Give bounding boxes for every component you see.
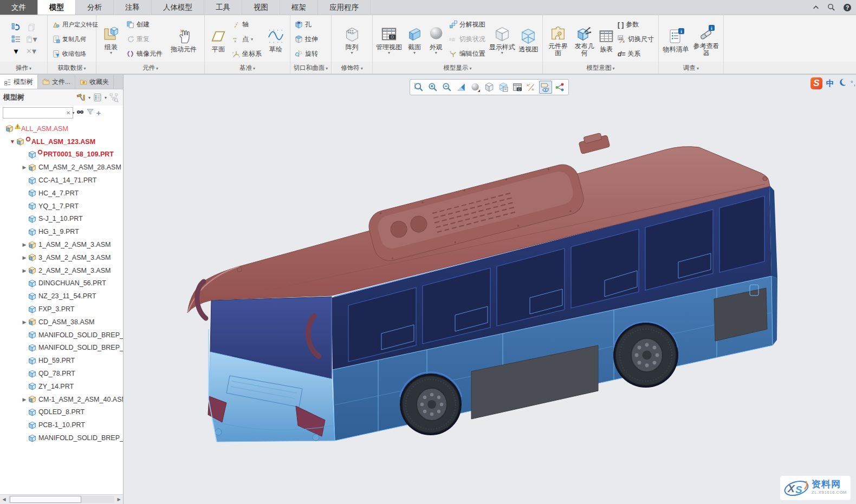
csys-button[interactable]: yzx坐标系	[231, 47, 263, 61]
tab-analysis[interactable]: 分析	[76, 0, 114, 15]
search-icon[interactable]	[827, 3, 835, 11]
clear-search-icon[interactable]: ✕	[66, 110, 70, 116]
collapse-ribbon-icon[interactable]	[812, 4, 820, 11]
tree-row[interactable]: CC-A1_14_71.PRT	[0, 174, 123, 187]
tree-row[interactable]: ▶3_ASM_2_ASM_3.ASM	[0, 251, 123, 264]
tree-row[interactable]: ▶1_ASM_2_ASM_3.ASM	[0, 238, 123, 251]
group-label-component[interactable]: 元件▾	[96, 62, 204, 74]
family-table-button[interactable]: 族表	[599, 25, 614, 53]
help-icon[interactable]: ?	[843, 3, 852, 12]
annotation-display-icon[interactable]	[539, 81, 552, 94]
group-label-model-intent[interactable]: 模型意图▾	[543, 62, 658, 74]
expand-arrow-icon[interactable]: ▶	[21, 255, 28, 260]
group-label-cut-surface[interactable]: 切口和曲面▾	[290, 62, 331, 74]
tab-applications[interactable]: 应用程序	[318, 0, 371, 15]
extrude-button[interactable]: 拉伸	[293, 32, 320, 46]
bom-button[interactable]: 物料清单	[662, 25, 690, 53]
relations-button[interactable]: d=关系	[616, 47, 656, 61]
tree-row[interactable]: MANIFOLD_SOLID_BREP_1	[0, 342, 123, 355]
hole-button[interactable]: 孔	[293, 18, 320, 31]
zoom-in-icon[interactable]	[426, 81, 439, 94]
find-icon[interactable]	[76, 108, 85, 119]
expand-arrow-icon[interactable]: ▶	[21, 268, 28, 273]
tab-framework[interactable]: 框架	[280, 0, 318, 15]
tree-row[interactable]: DINGCHUAN_56.PRT	[0, 277, 123, 290]
tab-model[interactable]: 模型	[38, 0, 76, 15]
delete-button[interactable]: ✕▾	[25, 46, 37, 57]
ime-toolbox-icon[interactable]: °,	[851, 80, 856, 87]
appearance-button[interactable]: 外观▾	[426, 23, 446, 56]
copy-geometry-button[interactable]: 复制几何	[50, 32, 100, 46]
tab-tools[interactable]: 工具	[204, 0, 242, 15]
tree-row[interactable]: ZY_14.PRT	[0, 380, 123, 393]
operations-more-dropdown[interactable]: ▾	[10, 46, 22, 57]
point-button[interactable]: ××x点▾	[231, 32, 263, 46]
expand-arrow-icon[interactable]: ▶	[21, 242, 28, 247]
section-button[interactable]: 截面▾	[404, 23, 425, 56]
paste-button[interactable]: ▾	[25, 34, 37, 45]
parameters-button[interactable]: [ ]参数	[616, 18, 656, 31]
filter-icon[interactable]	[86, 108, 94, 118]
refit-icon[interactable]	[412, 81, 425, 94]
reference-viewer-button[interactable]: 参考查看器	[692, 22, 721, 57]
tree-row[interactable]: HC_4_7.PRT	[0, 187, 123, 200]
sogou-logo-icon[interactable]: S	[810, 77, 822, 89]
display-style-icon[interactable]	[483, 81, 496, 94]
group-label-modifiers[interactable]: 修饰符▾	[332, 62, 372, 74]
tree-row[interactable]: NZ_23_11_54.PRT	[0, 290, 123, 303]
expand-arrow-icon[interactable]: ▶	[21, 319, 28, 325]
group-label-model-display[interactable]: 模型显示▾	[373, 62, 542, 74]
tree-row[interactable]: YQ_1_7.PRT	[0, 200, 123, 213]
manage-views-button[interactable]: 管理视图▾	[375, 23, 403, 56]
ime-moon-icon[interactable]	[838, 78, 847, 89]
scroll-right-icon[interactable]: ▶	[115, 497, 123, 502]
tab-annotate[interactable]: 注释	[114, 0, 152, 15]
toggle-dimensions-button[interactable]: 15x切换尺寸	[616, 32, 656, 46]
search-input[interactable]	[3, 107, 73, 119]
tab-manikin[interactable]: 人体模型	[152, 0, 204, 15]
plane-button[interactable]: 平面	[207, 25, 229, 53]
revolve-button[interactable]: 旋转	[293, 47, 320, 61]
mirror-component-button[interactable]: 镜像元件	[125, 47, 164, 61]
datum-display-filters-icon[interactable]: ×′×	[525, 81, 538, 94]
group-label-operations[interactable]: 操作▾	[0, 62, 47, 74]
tree-row[interactable]: ▼ALL_ASM_123.ASM	[0, 135, 123, 148]
regenerate-button[interactable]	[10, 22, 22, 33]
axis-button[interactable]: 轴	[231, 18, 263, 31]
tree-tools-button[interactable]	[75, 92, 87, 103]
expand-arrow-icon[interactable]: ▶	[21, 165, 28, 170]
tree-row[interactable]: ▶2_ASM_2_ASM_3.ASM	[0, 264, 123, 277]
pattern-button[interactable]: 阵列▾	[340, 23, 364, 56]
tree-row[interactable]: MANIFOLD_SOLID_BREP_1	[0, 329, 123, 342]
tree-row[interactable]: ▶CM-1_ASM_2_ASM_40.ASM	[0, 393, 123, 406]
tree-row[interactable]: ▶CM_ASM_2_ASM_28.ASM	[0, 161, 123, 174]
tree-row[interactable]: MANIFOLD_SOLID_BREP_9	[0, 431, 123, 444]
perspective-button[interactable]: 透视图	[517, 25, 540, 53]
tree-row[interactable]: PRT0001_58_109.PRT	[0, 148, 123, 161]
saved-view-list-icon[interactable]	[497, 81, 510, 94]
feature-list-button[interactable]	[10, 34, 22, 45]
repaint-icon[interactable]	[455, 81, 468, 94]
tree-row[interactable]: ▶CD_ASM_38.ASM	[0, 316, 123, 329]
repeat-button[interactable]: 重复	[125, 32, 164, 46]
zoom-out-icon[interactable]	[440, 81, 453, 94]
tree-tools-dropdown[interactable]: ▾	[88, 95, 90, 100]
tab-file[interactable]: 文件	[0, 0, 38, 15]
tree-horizontal-scrollbar[interactable]: ◀ ▶	[0, 494, 123, 504]
toggle-status-button[interactable]: 8▥切换状况	[448, 32, 487, 46]
tree-row[interactable]: HG_1_9.PRT	[0, 225, 123, 238]
ime-language-toggle[interactable]: 中	[826, 78, 834, 89]
component-interface-button[interactable]: 元件界面	[546, 22, 570, 57]
udf-button[interactable]: 用户定义特征	[50, 18, 100, 31]
tree-row[interactable]: FXP_3.PRT	[0, 303, 123, 316]
tree-settings-button[interactable]	[92, 92, 103, 103]
shrinkwrap-button[interactable]: 收缩包络	[50, 47, 100, 61]
tree-row[interactable]: S-J_1_10.PRT	[0, 213, 123, 226]
group-label-datum[interactable]: 基准▾	[205, 62, 290, 74]
show-node-button[interactable]	[108, 92, 120, 103]
scroll-left-icon[interactable]: ◀	[0, 497, 8, 502]
shading-icon[interactable]: ◢	[469, 81, 482, 94]
group-label-investigate[interactable]: 调查▾	[659, 62, 723, 74]
tree-row[interactable]: ALL_ASM.ASM	[0, 122, 123, 135]
exploded-view-button[interactable]: 分解视图	[448, 18, 487, 31]
